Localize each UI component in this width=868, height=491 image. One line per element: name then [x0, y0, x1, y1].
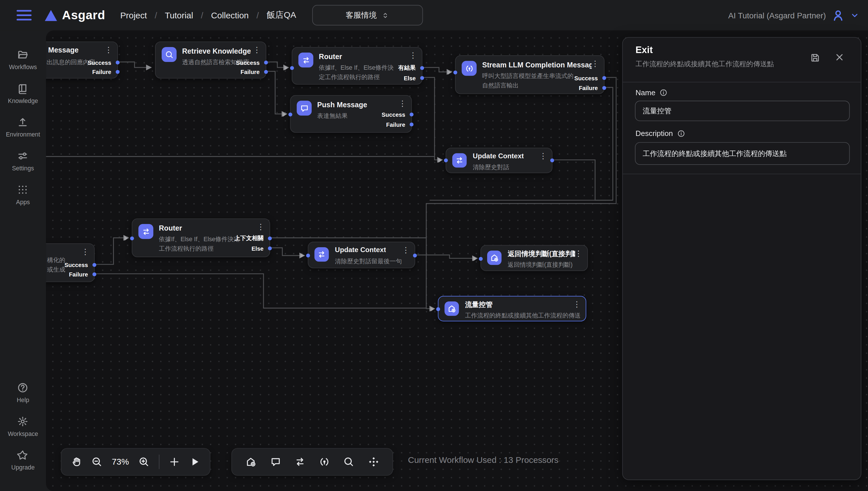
- zoom-in-button[interactable]: [138, 456, 150, 467]
- insert-exit-button[interactable]: [245, 456, 256, 467]
- node-menu-kebab-icon[interactable]: ⋮: [539, 152, 547, 160]
- input-port[interactable]: [479, 257, 483, 261]
- node-menu-kebab-icon[interactable]: ⋮: [591, 60, 599, 67]
- node-description: 依據If、Else If、Else條件決定工作流程執行的路徑: [319, 63, 397, 82]
- sliders-icon: [18, 150, 29, 162]
- brand-logo[interactable]: Asgard: [45, 8, 105, 22]
- grid-icon: [18, 184, 29, 195]
- user-icon[interactable]: [832, 9, 845, 22]
- edge-10: [95, 238, 129, 264]
- output-port-label: Else: [251, 245, 264, 252]
- sidebar-item-settings[interactable]: Settings: [6, 150, 40, 172]
- output-port[interactable]: [602, 76, 606, 80]
- topbar-right: AI Tutorial (Asgard Partner): [728, 9, 859, 22]
- node-menu-kebab-icon[interactable]: ⋮: [573, 300, 581, 308]
- input-port[interactable]: [289, 112, 293, 116]
- edge-5: [422, 78, 442, 160]
- output-port[interactable]: [420, 66, 424, 70]
- node-description: 呼叫大型語言模型並產生串流式的自然語言輸出: [482, 71, 575, 90]
- upload-icon: [18, 117, 29, 128]
- input-port[interactable]: [290, 66, 294, 70]
- output-port[interactable]: [92, 263, 97, 267]
- output-port[interactable]: [410, 112, 414, 116]
- node-menu-kebab-icon[interactable]: ⋮: [402, 246, 410, 254]
- insert-search-button[interactable]: [343, 456, 354, 467]
- insert-route-button[interactable]: [295, 456, 306, 467]
- save-icon[interactable]: [810, 53, 820, 65]
- close-icon[interactable]: [835, 53, 844, 64]
- route-node-icon: [452, 153, 467, 168]
- input-port[interactable]: [436, 307, 440, 311]
- output-port[interactable]: [268, 236, 272, 240]
- node-menu-kebab-icon[interactable]: ⋮: [409, 51, 417, 59]
- output-port-label: Success: [382, 111, 405, 118]
- insert-stream-button[interactable]: [319, 456, 330, 467]
- play-button[interactable]: [189, 456, 200, 467]
- plus-button[interactable]: [169, 456, 180, 467]
- workflow-node-return-context-judge[interactable]: 返回情境判斷(直接判斷)返回情境判斷(直接判斷)⋮: [481, 245, 588, 271]
- workflow-node-update-context-1[interactable]: Update Context清除歷史對話⋮: [445, 148, 552, 173]
- node-menu-kebab-icon[interactable]: ⋮: [575, 250, 582, 257]
- sidebar-item-workflows[interactable]: Workflows: [6, 49, 40, 70]
- breadcrumb-item-2[interactable]: Tutorial: [165, 10, 193, 20]
- description-input[interactable]: [635, 142, 850, 165]
- hamburger-menu-icon[interactable]: [17, 10, 32, 21]
- output-port[interactable]: [92, 272, 97, 277]
- sidebar-item-apps[interactable]: Apps: [6, 184, 40, 205]
- node-menu-kebab-icon[interactable]: ⋮: [253, 46, 261, 54]
- node-inspector-panel: Exit 工作流程的終點或接續其他工作流程的傳送點 Name Descripti…: [622, 37, 861, 480]
- node-menu-kebab-icon[interactable]: ⋮: [105, 46, 112, 54]
- workflow-node-stream-llm-completion-message[interactable]: Stream LLM Completion Message呼叫大型語言模型並產生…: [455, 55, 604, 94]
- output-port-label: Success: [64, 262, 88, 268]
- workflow-node-router-top[interactable]: Router依據If、Else If、Else條件決定工作流程執行的路徑⋮有結果…: [292, 47, 422, 85]
- workflow-node-router-bottom[interactable]: Router依據If、Else If、Else條件決定工作流程執行的路徑⋮上下文…: [132, 219, 270, 257]
- workflow-node-update-context-2[interactable]: Update Context清除歷史對話留最後一句⋮: [308, 242, 415, 268]
- account-chevron-down-icon[interactable]: [850, 11, 859, 20]
- node-description: 返回情境判斷(直接判斷): [508, 260, 572, 269]
- name-input[interactable]: [635, 101, 850, 121]
- breadcrumb-item-1[interactable]: Project: [120, 10, 147, 20]
- output-port[interactable]: [420, 76, 424, 80]
- node-menu-kebab-icon[interactable]: ⋮: [257, 223, 265, 231]
- zoom-out-button[interactable]: [91, 456, 103, 467]
- breadcrumb-item-3[interactable]: Collection: [211, 10, 249, 20]
- sidebar-item-help[interactable]: Help: [17, 382, 29, 403]
- stream-node-icon: [462, 61, 477, 76]
- node-menu-kebab-icon[interactable]: ⋮: [81, 248, 89, 256]
- output-port[interactable]: [410, 122, 414, 126]
- node-menu-kebab-icon[interactable]: ⋮: [399, 99, 406, 107]
- input-port[interactable]: [130, 236, 134, 240]
- workflow-node-flow-control-exit[interactable]: 流量控管工作流程的終點或接續其他工作流程的傳送點⋮: [438, 296, 586, 321]
- sidebar-item-upgrade[interactable]: Upgrade: [11, 450, 34, 471]
- output-port-label: Failure: [92, 68, 111, 75]
- insert-chat-button[interactable]: [270, 456, 281, 467]
- output-port[interactable]: [550, 158, 554, 162]
- workflow-node-generator-clipped[interactable]: 構化的或生成⋮SuccessFailure: [46, 243, 95, 282]
- workflow-node-push-message[interactable]: Push Message表達無結果⋮SuccessFailure: [290, 95, 412, 133]
- output-port[interactable]: [602, 86, 606, 90]
- sidebar-nav: WorkflowsKnowledgeEnvironmentSettingsApp…: [0, 30, 46, 491]
- output-port[interactable]: [268, 247, 272, 250]
- name-field-label: Name: [635, 89, 668, 97]
- environment-select[interactable]: 客服情境: [312, 5, 423, 25]
- input-port[interactable]: [306, 254, 310, 257]
- node-title: Stream LLM Completion Message: [482, 61, 592, 69]
- sidebar-item-label: Upgrade: [11, 464, 34, 471]
- sidebar-item-knowledge[interactable]: Knowledge: [6, 83, 40, 104]
- node-text-fragment: Message: [48, 46, 79, 54]
- insert-move-button[interactable]: [368, 456, 379, 467]
- sidebar-bottom-group: HelpWorkspaceUpgrade: [8, 382, 38, 491]
- workflow-node-message-clipped[interactable]: Message出訊息的回應內容⋮SuccessFailure: [46, 41, 118, 79]
- sidebar-item-workspace[interactable]: Workspace: [8, 416, 38, 437]
- input-port[interactable]: [453, 70, 457, 74]
- hand-button[interactable]: [71, 456, 82, 467]
- output-port[interactable]: [264, 60, 268, 64]
- output-port[interactable]: [116, 60, 120, 64]
- workflow-node-retrieve-knowledge[interactable]: Retrieve Knowledge透過自然語言檢索知識庫⋮SuccessFai…: [155, 41, 266, 79]
- sidebar-item-environment[interactable]: Environment: [6, 117, 40, 138]
- output-port[interactable]: [264, 70, 268, 74]
- output-port[interactable]: [116, 70, 120, 74]
- output-port[interactable]: [413, 254, 417, 257]
- input-port[interactable]: [444, 158, 448, 162]
- breadcrumb-item-4[interactable]: 飯店QA: [267, 9, 296, 21]
